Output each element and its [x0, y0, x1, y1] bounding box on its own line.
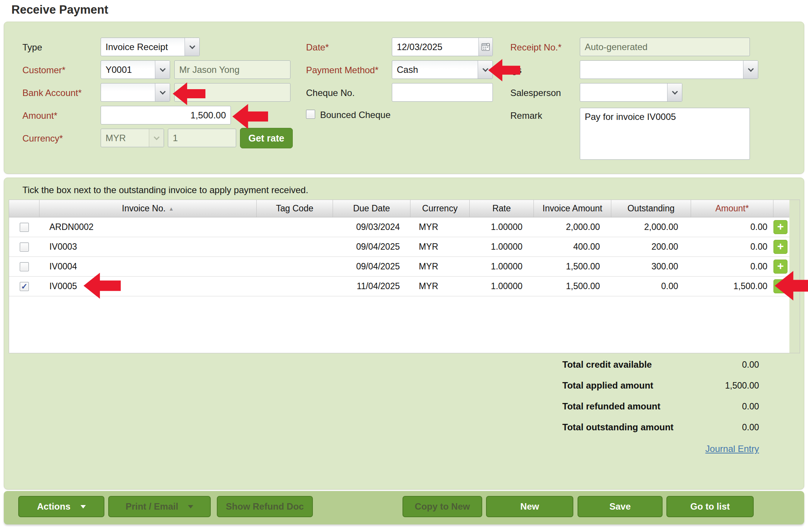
cell-currency: MYR — [410, 217, 470, 237]
cell-currency: MYR — [410, 277, 470, 296]
page-title: Receive Payment — [11, 3, 108, 17]
header-rate[interactable]: Rate — [470, 200, 534, 217]
cell-amount: 0.00 — [691, 257, 773, 276]
total-outstanding-amount-value: 0.00 — [665, 422, 759, 433]
bounced-cheque-checkbox[interactable] — [306, 110, 315, 119]
cell-amount: 0.00 — [691, 237, 773, 257]
table-header-row: Invoice No.▲ Tag Code Due Date Currency … — [9, 200, 800, 217]
outstanding-invoice-table: Invoice No.▲ Tag Code Due Date Currency … — [9, 200, 800, 353]
row-checkbox[interactable] — [20, 242, 29, 252]
tags-select[interactable] — [580, 60, 758, 79]
exchange-rate-field: 1 — [168, 129, 236, 147]
salesperson-select[interactable] — [580, 83, 682, 102]
customer-code-select[interactable]: Y0001 — [101, 60, 170, 79]
calendar-icon[interactable] — [478, 38, 492, 56]
amount-label: Amount* — [22, 110, 57, 121]
customer-label: Customer* — [22, 65, 65, 76]
date-input[interactable]: 12/03/2025 — [392, 38, 493, 56]
total-credit-available-value: 0.00 — [665, 360, 759, 370]
tags-chevron-down-icon[interactable] — [743, 61, 758, 79]
table-row-selected: ✓ IV0005 11/04/2025 MYR 1.00000 1,500.00… — [9, 277, 800, 296]
add-amount-icon[interactable] — [773, 220, 787, 234]
date-label: Date* — [306, 42, 329, 53]
bank-account-select[interactable] — [101, 83, 170, 102]
row-checkbox[interactable] — [20, 262, 29, 271]
bank-account-arrow-left-icon — [173, 79, 205, 109]
cell-rate: 1.00000 — [470, 217, 534, 237]
cell-outstanding: 0.00 — [611, 277, 691, 296]
remark-textarea[interactable]: Pay for invoice IV0005 — [580, 108, 750, 160]
currency-label: Currency* — [22, 133, 63, 144]
cell-invoice-amount: 400.00 — [534, 237, 611, 257]
header-amount[interactable]: Amount* — [691, 200, 773, 217]
cell-invoice-amount: 1,500.00 — [534, 277, 611, 296]
row-checkbox-checked[interactable]: ✓ — [20, 282, 29, 291]
sort-asc-icon: ▲ — [169, 206, 174, 212]
cell-tag-code — [257, 217, 333, 237]
go-to-list-button[interactable]: Go to list — [666, 496, 754, 517]
bank-account-chevron-down-icon[interactable] — [155, 83, 170, 101]
cell-invoice-amount: 2,000.00 — [534, 217, 611, 237]
print-email-button: Print / Email — [108, 496, 211, 517]
actions-button[interactable]: Actions — [18, 496, 104, 517]
apply-amount-arrow-left-icon — [775, 271, 808, 301]
receipt-no-label: Receipt No.* — [510, 42, 562, 53]
bank-account-label: Bank Account* — [22, 88, 82, 98]
cell-tag-code — [257, 237, 333, 257]
table-row: ARDN0002 09/03/2024 MYR 1.00000 2,000.00… — [9, 217, 800, 237]
header-checkbox-cell — [9, 200, 39, 217]
cell-amount: 1,500.00 — [691, 277, 773, 296]
currency-value: MYR — [101, 133, 149, 143]
cell-invoice-no: IV0005 — [39, 277, 257, 296]
header-tag-code[interactable]: Tag Code — [257, 200, 333, 217]
type-chevron-down-icon[interactable] — [185, 38, 199, 56]
cell-currency: MYR — [410, 257, 470, 276]
remark-label: Remark — [510, 110, 542, 121]
bounced-cheque-label: Bounced Cheque — [320, 110, 390, 120]
payment-method-label: Payment Method* — [306, 65, 379, 76]
header-due-date[interactable]: Due Date — [333, 200, 410, 217]
total-applied-amount-label: Total applied amount — [562, 380, 653, 391]
amount-arrow-left-icon — [232, 101, 268, 132]
type-select[interactable]: Invoice Receipt — [101, 38, 200, 56]
payment-method-select[interactable]: Cash — [392, 60, 493, 79]
actions-caret-down-icon — [80, 505, 86, 508]
journal-entry-link[interactable]: Journal Entry — [665, 444, 759, 454]
cell-due-date: 09/03/2024 — [333, 217, 410, 237]
payment-form-panel: Type Customer* Bank Account* Amount* Cur… — [4, 22, 804, 174]
row-checkbox[interactable] — [20, 223, 29, 232]
add-amount-icon[interactable] — [773, 240, 787, 254]
total-refunded-amount-value: 0.00 — [665, 401, 759, 412]
cell-rate: 1.00000 — [470, 257, 534, 276]
cell-outstanding: 2,000.00 — [611, 217, 691, 237]
salesperson-label: Salesperson — [510, 88, 561, 98]
currency-chevron-down-icon — [149, 129, 164, 147]
payment-method-arrow-left-icon — [488, 55, 520, 85]
header-currency[interactable]: Currency — [410, 200, 470, 217]
cheque-no-input[interactable] — [392, 83, 493, 102]
footer-action-bar: Actions Print / Email Show Refund Doc Co… — [4, 491, 804, 524]
customer-chevron-down-icon[interactable] — [155, 61, 170, 79]
copy-to-new-button: Copy to New — [402, 496, 482, 517]
show-refund-doc-button: Show Refund Doc — [217, 496, 313, 517]
cell-outstanding: 200.00 — [611, 237, 691, 257]
customer-name-field: Mr Jason Yong — [174, 60, 290, 79]
save-button[interactable]: Save — [578, 496, 663, 517]
date-value: 12/03/2025 — [392, 42, 478, 52]
header-invoice-no[interactable]: Invoice No.▲ — [39, 200, 257, 217]
header-invoice-amount[interactable]: Invoice Amount — [534, 200, 611, 217]
cell-due-date: 11/04/2025 — [333, 277, 410, 296]
header-add-cell — [773, 200, 790, 217]
header-outstanding[interactable]: Outstanding — [611, 200, 691, 217]
new-button[interactable]: New — [486, 496, 573, 517]
receipt-no-field: Auto-generated — [580, 38, 750, 56]
salesperson-chevron-down-icon[interactable] — [667, 83, 682, 101]
receive-payment-page: Receive Payment Type Customer* Bank Acco… — [0, 0, 808, 532]
cell-invoice-no: ARDN0002 — [39, 217, 257, 237]
type-label: Type — [22, 42, 42, 53]
cell-currency: MYR — [410, 237, 470, 257]
type-value: Invoice Receipt — [101, 42, 185, 52]
amount-input[interactable]: 1,500.00 — [101, 106, 231, 124]
cell-tag-code — [257, 257, 333, 276]
apply-instruction-text: Tick the box next to the outstanding inv… — [22, 185, 308, 195]
